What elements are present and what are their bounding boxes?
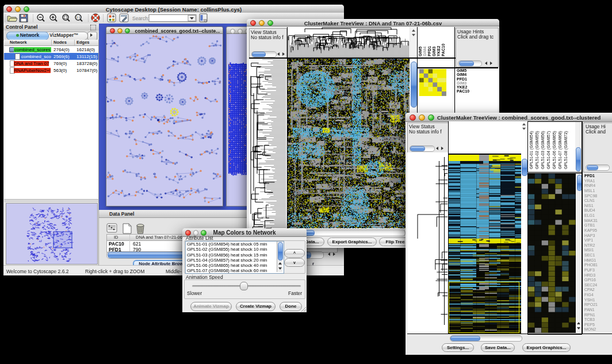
- svg-text:1:1: 1:1: [76, 16, 81, 19]
- svg-text:Search:: Search:: [132, 16, 149, 21]
